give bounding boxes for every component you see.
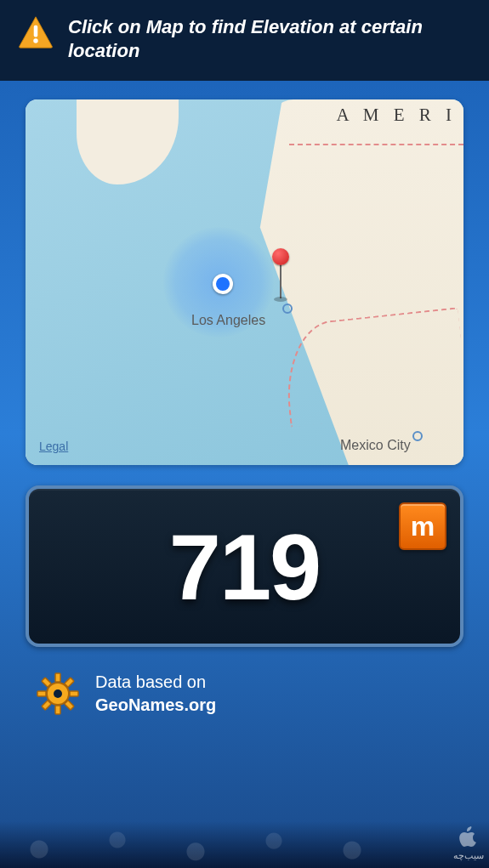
map-label-continent: A M E R I — [336, 105, 457, 126]
svg-rect-10 — [42, 678, 51, 687]
elevation-value: 719 — [169, 513, 321, 621]
svg-point-1 — [33, 38, 37, 43]
watermark-text: سیب‌چه — [453, 850, 484, 861]
apple-icon — [457, 825, 480, 848]
svg-rect-8 — [65, 678, 74, 687]
attribution-row: Data based on GeoNames.org — [36, 671, 463, 717]
gear-icon — [36, 672, 80, 716]
svg-rect-4 — [55, 673, 60, 682]
map-pin-stick — [280, 264, 281, 298]
svg-rect-5 — [55, 706, 60, 714]
svg-rect-7 — [70, 691, 78, 696]
elevation-readout: 719 m — [26, 485, 463, 647]
map-container[interactable]: A M E R I Los Angeles Mexico City Legal — [26, 99, 463, 465]
store-watermark: سیب‌چه — [453, 825, 484, 861]
svg-point-3 — [54, 689, 62, 698]
footer-decoration — [0, 821, 489, 868]
unit-toggle-button[interactable]: m — [399, 502, 446, 550]
warning-icon — [17, 15, 54, 49]
user-location-dot — [213, 274, 233, 294]
svg-rect-11 — [65, 701, 74, 710]
map-poi-ring — [412, 431, 423, 441]
header-instruction: Click on Map to find Elevation at certai… — [68, 15, 472, 62]
attribution-line2: GeoNames.org — [95, 694, 216, 717]
map-landmass — [77, 99, 179, 184]
map-canvas[interactable]: A M E R I Los Angeles Mexico City Legal — [26, 99, 463, 465]
map-pin-shadow — [274, 297, 287, 302]
svg-rect-0 — [34, 26, 38, 37]
map-label-city: Mexico City — [340, 438, 411, 453]
map-border — [289, 144, 463, 145]
map-poi-ring — [282, 304, 293, 314]
svg-rect-9 — [42, 701, 51, 710]
legal-link[interactable]: Legal — [39, 440, 68, 453]
attribution-text: Data based on GeoNames.org — [95, 671, 216, 717]
attribution-line1: Data based on — [95, 671, 216, 694]
svg-rect-6 — [37, 691, 46, 696]
map-label-city: Los Angeles — [191, 313, 265, 328]
map-pin-icon[interactable] — [272, 248, 289, 265]
header-banner: Click on Map to find Elevation at certai… — [0, 0, 489, 81]
